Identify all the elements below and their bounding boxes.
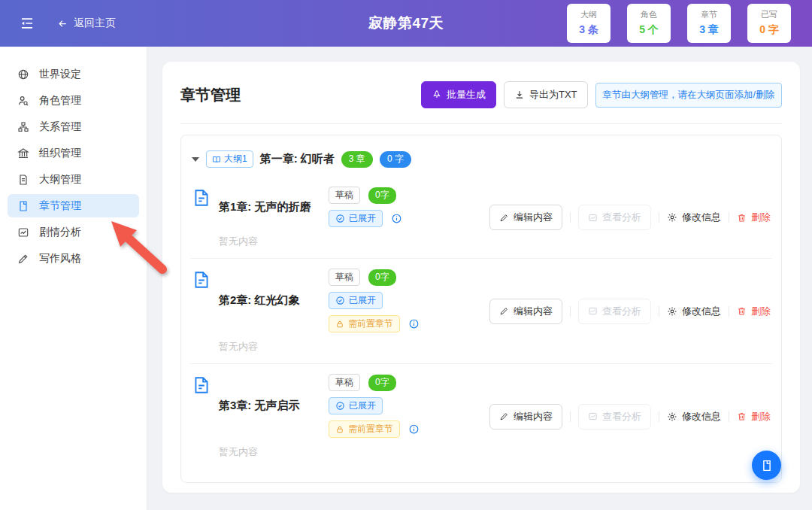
- chapter-file-icon: [17, 200, 29, 212]
- gear-icon: [667, 306, 677, 317]
- delete-button[interactable]: 删除: [737, 410, 771, 423]
- modify-info-button[interactable]: 修改信息: [667, 211, 721, 224]
- chapter-title: 第3章: 无声启示: [219, 399, 321, 413]
- app-window: 返回主页 寂静第47天 大纲 3 条 角色 5 个 章节 3 章 已写 0 字: [0, 0, 812, 510]
- arrow-left-icon: [57, 18, 68, 29]
- stat-label: 已写: [747, 9, 791, 20]
- chapter-row-1: 第1章: 无声的折磨 草稿 0字 已展开: [190, 177, 772, 258]
- info-icon[interactable]: [408, 423, 420, 435]
- network-icon: [17, 121, 29, 133]
- floating-document-button[interactable]: [752, 451, 781, 480]
- project-title: 寂静第47天: [368, 14, 444, 33]
- sidebar-item-label: 剧情分析: [39, 226, 81, 239]
- analysis-chart-icon: [588, 306, 598, 316]
- export-txt-button[interactable]: 导出为TXT: [504, 81, 588, 108]
- stat-value: 3 条: [567, 23, 611, 37]
- edit-content-button[interactable]: 编辑内容: [489, 404, 562, 430]
- chapter-count-pill: 3 章: [341, 151, 373, 168]
- batch-generate-button[interactable]: 批量生成: [421, 81, 496, 108]
- sidebar-item-relationship-management[interactable]: 关系管理: [8, 115, 139, 138]
- delete-button[interactable]: 删除: [737, 211, 771, 224]
- word-count-pill: 0 字: [380, 151, 411, 168]
- sidebar-item-label: 组织管理: [39, 147, 81, 160]
- prerequisite-badge: 需前置章节: [329, 420, 400, 438]
- prerequisite-badge: 需前置章节: [329, 315, 400, 332]
- divider: [180, 123, 782, 124]
- chapter-row-3: 第3章: 无声启示 草稿 0字 已展开: [190, 363, 772, 469]
- app-header: 返回主页 寂静第47天 大纲 3 条 角色 5 个 章节 3 章 已写 0 字: [0, 0, 812, 47]
- status-badge: 草稿: [329, 187, 360, 204]
- expanded-badge: 已展开: [329, 292, 383, 309]
- delete-button[interactable]: 删除: [737, 305, 771, 318]
- trash-icon: [737, 411, 747, 421]
- status-badge: 草稿: [329, 374, 360, 391]
- pen-icon: [17, 253, 29, 265]
- main-area: 章节管理 批量生成 导出为TXT: [147, 47, 812, 510]
- menu-fold-icon[interactable]: [20, 16, 35, 31]
- page-title: 章节管理: [180, 85, 241, 105]
- sidebar-item-organization-management[interactable]: 组织管理: [8, 141, 139, 165]
- export-txt-label: 导出为TXT: [529, 88, 577, 102]
- chapter-doc-icon: [192, 375, 211, 395]
- lock-icon: [335, 425, 344, 434]
- word-count-badge: 0字: [368, 187, 396, 204]
- outline-tag-label: 大纲1: [224, 153, 247, 165]
- divider: [729, 212, 729, 223]
- chapter-doc-icon: [192, 188, 211, 208]
- info-icon[interactable]: [408, 318, 420, 329]
- view-analysis-button[interactable]: 查看分析: [578, 404, 651, 430]
- info-icon[interactable]: [391, 213, 402, 224]
- sidebar-item-plot-analysis[interactable]: 剧情分析: [8, 220, 139, 244]
- divider: [570, 306, 571, 317]
- document-icon: [760, 459, 774, 472]
- stat-card-characters: 角色 5 个: [627, 4, 671, 43]
- view-analysis-button[interactable]: 查看分析: [578, 299, 651, 324]
- edit-content-button[interactable]: 编辑内容: [489, 299, 562, 324]
- back-home-label: 返回主页: [74, 17, 116, 30]
- divider: [659, 212, 659, 223]
- divider: [570, 411, 571, 422]
- outline-note-tag: 章节由大纲管理，请在大纲页面添加/删除: [595, 83, 782, 108]
- batch-generate-label: 批量生成: [447, 88, 486, 102]
- check-circle-icon: [335, 401, 345, 411]
- trash-icon: [737, 213, 747, 223]
- gear-icon: [667, 212, 677, 223]
- divider: [659, 411, 659, 422]
- stat-label: 章节: [687, 9, 731, 20]
- analysis-chart-icon: [588, 213, 598, 223]
- collapse-caret-icon[interactable]: [192, 157, 199, 162]
- user-search-icon: [17, 95, 29, 107]
- expanded-badge: 已展开: [329, 210, 383, 227]
- trash-icon: [737, 306, 747, 316]
- divider: [729, 306, 729, 317]
- sidebar-item-world-settings[interactable]: 世界设定: [8, 62, 139, 86]
- outline-group-header: 大纲1 第一章: 幻听者 3 章 0 字: [190, 144, 772, 177]
- modify-info-button[interactable]: 修改信息: [667, 305, 721, 318]
- analysis-chart-icon: [588, 411, 598, 421]
- sidebar-item-chapter-management[interactable]: 章节管理: [8, 194, 139, 217]
- sidebar-item-writing-style[interactable]: 写作风格: [8, 247, 139, 270]
- modify-info-button[interactable]: 修改信息: [667, 410, 721, 423]
- stat-value: 3 章: [687, 23, 731, 37]
- sidebar-item-outline-management[interactable]: 大纲管理: [8, 168, 139, 191]
- word-count-badge: 0字: [368, 375, 396, 391]
- download-icon: [514, 90, 525, 100]
- word-count-badge: 0字: [368, 269, 396, 286]
- edit-icon: [499, 411, 509, 421]
- view-analysis-button[interactable]: 查看分析: [578, 205, 651, 230]
- sidebar-item-character-management[interactable]: 角色管理: [8, 89, 139, 112]
- sidebar: 世界设定 角色管理 关系管理 组织管理: [0, 47, 147, 510]
- outline-doc-icon: [17, 174, 29, 186]
- globe-icon: [17, 68, 29, 80]
- stat-value: 5 个: [627, 23, 671, 37]
- back-home-link[interactable]: 返回主页: [57, 17, 116, 30]
- edit-content-button[interactable]: 编辑内容: [489, 205, 562, 230]
- chapter-list: 大纲1 第一章: 幻听者 3 章 0 字: [180, 135, 782, 483]
- outline-group-title: 第一章: 幻听者: [260, 152, 335, 166]
- divider: [570, 212, 571, 223]
- chapter-title: 第1章: 无声的折磨: [219, 200, 321, 214]
- status-badge: 草稿: [329, 269, 360, 286]
- chapter-management-card: 章节管理 批量生成 导出为TXT: [162, 62, 800, 493]
- header-stats: 大纲 3 条 角色 5 个 章节 3 章 已写 0 字: [567, 4, 812, 43]
- stat-card-chapters: 章节 3 章: [687, 4, 731, 43]
